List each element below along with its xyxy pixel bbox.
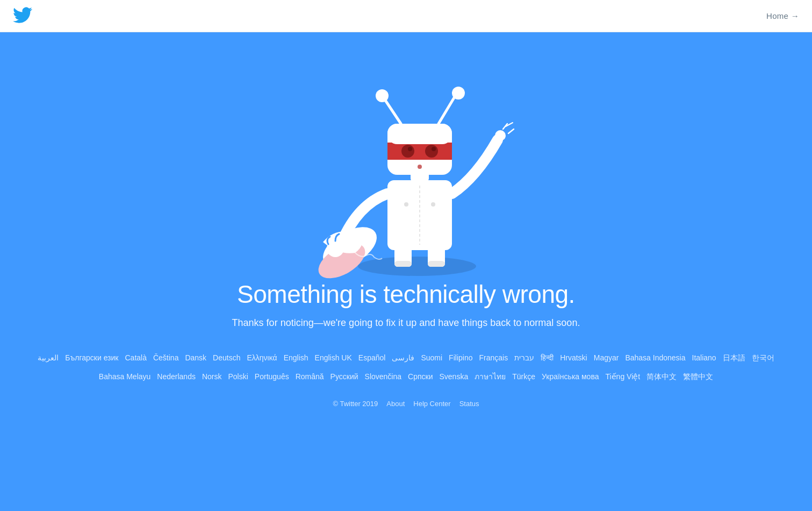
language-link[interactable]: 简体中文 bbox=[646, 368, 677, 385]
language-link[interactable]: English UK bbox=[315, 350, 352, 366]
language-link[interactable]: Suomi bbox=[421, 350, 442, 366]
language-link[interactable]: Bahasa Indonesia bbox=[625, 350, 685, 366]
svg-line-26 bbox=[385, 100, 401, 124]
language-link[interactable]: Ελληνικά bbox=[247, 350, 277, 366]
svg-point-22 bbox=[425, 145, 438, 158]
language-link[interactable]: ภาษาไทย bbox=[475, 368, 506, 385]
svg-point-29 bbox=[452, 87, 465, 100]
language-link[interactable]: 日本語 bbox=[723, 350, 745, 366]
language-link[interactable]: Filipino bbox=[449, 350, 472, 366]
language-link[interactable]: Polski bbox=[228, 368, 248, 385]
footer-link-help-center[interactable]: Help Center bbox=[413, 400, 450, 408]
language-link[interactable]: Nederlands bbox=[157, 368, 196, 385]
language-link[interactable]: Български език bbox=[65, 350, 118, 366]
language-link[interactable]: العربية bbox=[38, 350, 59, 366]
error-subtitle: Thanks for noticing—we're going to fix i… bbox=[232, 317, 580, 329]
twitter-logo-link[interactable] bbox=[13, 5, 32, 27]
language-link[interactable]: Dansk bbox=[185, 350, 206, 366]
language-link[interactable]: हिन्दी bbox=[541, 350, 554, 366]
home-link[interactable]: Home → bbox=[766, 11, 799, 20]
footer-links: © Twitter 2019AboutHelp CenterStatus bbox=[329, 399, 484, 408]
language-link[interactable]: Deutsch bbox=[213, 350, 240, 366]
illustration-area bbox=[0, 32, 812, 280]
svg-point-25 bbox=[418, 165, 422, 169]
language-link[interactable]: Hrvatski bbox=[560, 350, 587, 366]
svg-point-23 bbox=[408, 147, 412, 151]
language-link[interactable]: Русский bbox=[330, 368, 358, 385]
footer-link-about[interactable]: About bbox=[386, 400, 405, 408]
language-link[interactable]: עברית bbox=[514, 350, 534, 366]
svg-point-27 bbox=[376, 89, 389, 102]
language-link[interactable]: Bahasa Melayu bbox=[99, 368, 151, 385]
language-link[interactable]: Српски bbox=[408, 368, 433, 385]
language-link[interactable]: Italiano bbox=[692, 350, 716, 366]
main-content: Something is technically wrong. Thanks f… bbox=[0, 32, 812, 511]
language-link[interactable]: Français bbox=[479, 350, 508, 366]
svg-line-28 bbox=[439, 97, 455, 124]
footer-link-status[interactable]: Status bbox=[459, 400, 479, 408]
site-header: Home → bbox=[0, 0, 812, 32]
language-link[interactable]: Română bbox=[296, 368, 324, 385]
svg-rect-20 bbox=[448, 143, 452, 160]
language-link[interactable]: فارسی bbox=[392, 350, 414, 366]
language-link[interactable]: 繁體中文 bbox=[683, 368, 713, 385]
language-section: العربيةБългарски езикCatalàČeštinaDanskD… bbox=[0, 348, 812, 386]
language-link[interactable]: Čeština bbox=[153, 350, 178, 366]
language-link[interactable]: Svenska bbox=[440, 368, 469, 385]
twitter-logo-icon bbox=[13, 5, 32, 25]
svg-point-24 bbox=[432, 147, 436, 151]
language-link[interactable]: Slovenčina bbox=[365, 368, 402, 385]
language-link[interactable]: English bbox=[284, 350, 308, 366]
language-link[interactable]: Norsk bbox=[202, 368, 222, 385]
language-link[interactable]: Español bbox=[358, 350, 386, 366]
error-title: Something is technically wrong. bbox=[237, 280, 575, 309]
language-link[interactable]: 한국어 bbox=[752, 350, 774, 366]
svg-point-5 bbox=[404, 202, 408, 207]
language-link[interactable]: Català bbox=[125, 350, 146, 366]
svg-point-6 bbox=[431, 202, 435, 207]
svg-rect-18 bbox=[387, 143, 452, 160]
language-link[interactable]: Tiếng Việt bbox=[605, 368, 640, 385]
svg-rect-19 bbox=[387, 143, 392, 160]
svg-point-12 bbox=[495, 130, 506, 141]
svg-line-14 bbox=[508, 129, 514, 133]
svg-point-11 bbox=[327, 240, 344, 257]
language-link[interactable]: Magyar bbox=[594, 350, 619, 366]
language-link[interactable]: Українська мова bbox=[542, 368, 599, 385]
svg-point-0 bbox=[358, 257, 476, 276]
svg-point-21 bbox=[401, 145, 414, 158]
language-link[interactable]: Português bbox=[255, 368, 289, 385]
robot-illustration bbox=[272, 54, 541, 280]
svg-rect-9 bbox=[394, 261, 412, 267]
svg-rect-10 bbox=[428, 261, 445, 267]
language-link[interactable]: Türkçe bbox=[512, 368, 535, 385]
copyright: © Twitter 2019 bbox=[333, 400, 378, 408]
svg-rect-30 bbox=[387, 124, 452, 144]
